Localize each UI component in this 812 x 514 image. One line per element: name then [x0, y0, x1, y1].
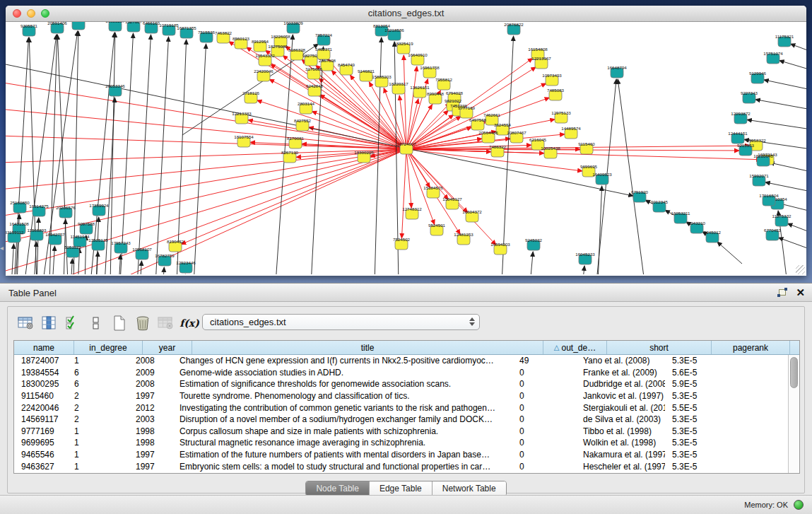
- table-row[interactable]: 946362711997Embryonic stem cells: a mode…: [14, 460, 799, 472]
- table-cell[interactable]: 2: [67, 414, 129, 424]
- table-cell[interactable]: Changes of HCN gene expression and I(f) …: [171, 356, 514, 366]
- delete-table-icon[interactable]: [134, 314, 152, 332]
- table-row[interactable]: 946554611997Estimation of the future num…: [14, 449, 799, 461]
- table-cell[interactable]: Genome-wide association studies in ADHD.: [171, 368, 514, 378]
- graph-node[interactable]: 8170081: [287, 136, 305, 149]
- table-cell[interactable]: 0: [514, 426, 572, 436]
- graph-node[interactable]: 3175685: [305, 66, 323, 80]
- graph-node[interactable]: 8990448: [427, 91, 445, 105]
- table-settings-icon[interactable]: [17, 314, 35, 332]
- table-cell[interactable]: 1: [67, 450, 129, 460]
- graph-node[interactable]: 16782759: [155, 253, 175, 267]
- table-cell[interactable]: 0: [514, 414, 572, 424]
- table-cell[interactable]: 9115460: [14, 391, 67, 401]
- graph-node[interactable]: 33159112: [6, 230, 24, 243]
- table-select-dropdown[interactable]: citations_edges.txt: [202, 314, 480, 330]
- table-row[interactable]: 977716911998Corpus callosum shape and si…: [14, 426, 799, 438]
- graph-node[interactable]: 8560123: [233, 36, 250, 49]
- graph-node[interactable]: 15184576: [423, 185, 443, 199]
- table-cell[interactable]: Embryonic stem cells: a model to study s…: [171, 462, 514, 472]
- table-cell[interactable]: 5.3E-5: [665, 356, 736, 366]
- table-cell[interactable]: Disruption of a novel member of a sodium…: [171, 414, 514, 424]
- graph-node[interactable]: 17359924: [89, 203, 109, 216]
- graph-node[interactable]: 12213383: [232, 111, 252, 124]
- graph-node[interactable]: 9245032: [525, 238, 543, 251]
- memory-ok-indicator[interactable]: [794, 500, 804, 510]
- table-cell[interactable]: 2008: [129, 356, 171, 366]
- graph-node[interactable]: 7524502: [393, 237, 411, 250]
- graph-node[interactable]: 9242848: [306, 83, 324, 97]
- graph-node[interactable]: 6466160: [143, 22, 160, 33]
- table-cell[interactable]: 5.3E-5: [665, 438, 736, 448]
- table-cell[interactable]: Nakamura et al. (1997): [572, 450, 665, 460]
- graph-node[interactable]: 16961758: [420, 65, 440, 78]
- table-cell[interactable]: 5.3E-5: [665, 450, 736, 460]
- table-cell[interactable]: 5.5E-5: [665, 403, 736, 413]
- graph-node[interactable]: 18914275: [29, 204, 49, 217]
- table-cell[interactable]: 2: [67, 391, 129, 401]
- graph-node[interactable]: 12444151: [728, 131, 748, 144]
- new-table-icon[interactable]: [110, 314, 129, 332]
- float-panel-icon[interactable]: [777, 288, 787, 297]
- table-cell[interactable]: 18724007: [14, 356, 67, 366]
- row-height-icon[interactable]: [87, 314, 105, 332]
- graph-node[interactable]: 8190452: [167, 239, 184, 252]
- graph-node[interactable]: 1527607: [125, 22, 143, 32]
- graph-node[interactable]: 16648794: [607, 65, 627, 78]
- graph-node[interactable]: 20591406: [47, 22, 67, 33]
- table-row[interactable]: 911546021997Tourette syndrome. Phenomeno…: [14, 390, 799, 402]
- table-cell[interactable]: 9465546: [14, 450, 67, 460]
- graph-node[interactable]: 8427552: [294, 118, 312, 132]
- table-cell[interactable]: 0: [514, 368, 572, 378]
- graph-node[interactable]: 9305571: [20, 23, 38, 37]
- graph-node[interactable]: 9215953: [737, 143, 755, 156]
- graph-node[interactable]: 16033809: [283, 22, 303, 33]
- table-cell[interactable]: 9699695: [14, 438, 67, 448]
- graph-node[interactable]: 10025438: [541, 146, 560, 159]
- graph-node[interactable]: 13505135: [88, 238, 108, 251]
- column-header-short[interactable]: short: [607, 341, 712, 354]
- close-panel-icon[interactable]: ✕: [796, 287, 805, 298]
- graph-node[interactable]: 7857224: [315, 33, 333, 46]
- network-window-titlebar[interactable]: citations_edges.txt: [6, 6, 806, 22]
- table-cell[interactable]: 1: [67, 426, 129, 436]
- table-cell[interactable]: 5.3E-5: [665, 462, 736, 472]
- graph-node[interactable]: 12923446: [176, 260, 196, 274]
- table-cell[interactable]: Tourette syndrome. Phenomenology and cla…: [171, 391, 514, 401]
- graph-node[interactable]: 5051123: [64, 245, 81, 258]
- table-row[interactable]: 969969511998Structural magnetic resonanc…: [14, 437, 799, 449]
- table-cell[interactable]: Estimation of significance thresholds fo…: [171, 379, 514, 389]
- table-cell[interactable]: 1998: [129, 438, 171, 448]
- table-cell[interactable]: 14569117: [14, 414, 67, 424]
- window-resize-grip[interactable]: [796, 265, 805, 274]
- table-cell[interactable]: 6: [67, 368, 129, 378]
- table-cell[interactable]: Dudbridge et al. (2008): [572, 379, 665, 389]
- table-cell[interactable]: 1998: [129, 426, 171, 436]
- graph-node[interactable]: 9129946: [749, 71, 767, 84]
- graph-node[interactable]: 20206576: [56, 205, 76, 218]
- graph-node[interactable]: 12213967: [531, 56, 551, 69]
- graph-node[interactable]: 9097588: [78, 221, 95, 235]
- table-cell[interactable]: 2: [67, 403, 129, 413]
- table-cell[interactable]: Jankovic et al. (1997): [572, 391, 665, 401]
- graph-node[interactable]: 2803144: [298, 101, 315, 115]
- graph-node[interactable]: 7485083: [547, 88, 565, 101]
- table-row[interactable]: 2242004622012Investigating the contribut…: [14, 402, 799, 414]
- table-cell[interactable]: 1: [67, 462, 129, 472]
- table-cell[interactable]: 9777169: [14, 426, 67, 436]
- graph-node[interactable]: 17957243: [111, 240, 131, 254]
- table-row[interactable]: 1938455462009Genome-wide association stu…: [14, 367, 799, 379]
- graph-node[interactable]: 9777169: [458, 105, 476, 119]
- graph-node[interactable]: 18220317: [389, 81, 408, 95]
- table-cell[interactable]: 1: [67, 438, 129, 448]
- table-cell[interactable]: 9463627: [14, 462, 67, 472]
- graph-node[interactable]: 10958107: [132, 247, 152, 260]
- table-cell[interactable]: Franke et al. (2009): [572, 368, 665, 378]
- table-cell[interactable]: 5.9E-5: [665, 379, 736, 389]
- graph-node[interactable]: 11175321: [775, 34, 794, 47]
- table-cell[interactable]: 5.3E-5: [665, 391, 736, 401]
- table-cell[interactable]: 0: [514, 438, 572, 448]
- column-header-year[interactable]: year: [143, 341, 192, 354]
- network-canvas-wrap[interactable]: 1872400774638228560123891295418226058182…: [6, 22, 806, 276]
- select-all-check-icon[interactable]: [64, 314, 82, 332]
